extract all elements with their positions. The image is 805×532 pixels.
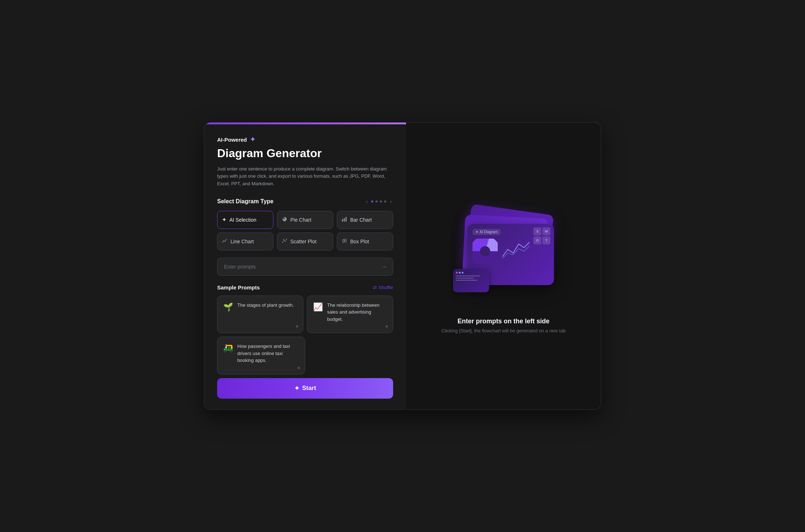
sales-add-icon: + bbox=[385, 323, 388, 330]
sample-prompts-grid: 🌱 The stages of plant growth. + 📈 The re… bbox=[217, 296, 393, 333]
svg-rect-8 bbox=[343, 240, 344, 242]
scatter-plot-label: Scatter Plot bbox=[290, 239, 316, 244]
svg-rect-2 bbox=[346, 217, 347, 222]
line-chart-icon bbox=[222, 238, 228, 245]
sales-emoji-icon: 📈 bbox=[313, 302, 323, 312]
mini-pie-chart bbox=[472, 239, 498, 264]
carousel-dot-1 bbox=[371, 200, 373, 203]
ai-diagram-label: ✦ AI Diagram bbox=[472, 229, 501, 235]
carousel-prev-btn[interactable]: ‹ bbox=[365, 198, 369, 205]
pie-chart-label: Pie Chart bbox=[290, 217, 311, 223]
scatter-plot-icon bbox=[282, 238, 287, 245]
box-plot-label: Box Plot bbox=[350, 239, 369, 244]
taxi-text: How passengers and taxi drivers use onli… bbox=[237, 343, 299, 364]
svg-point-7 bbox=[286, 239, 287, 240]
carousel-dot-2 bbox=[375, 200, 378, 203]
mini-line-chart bbox=[501, 239, 533, 260]
ai-badge: AI-Powered ✦ bbox=[217, 136, 393, 143]
left-panel: AI-Powered ✦ Diagram Generator Just ente… bbox=[204, 123, 406, 409]
carousel-dot-4 bbox=[384, 200, 386, 203]
badge-text: AI-Powered bbox=[217, 137, 247, 143]
plant-text: The stages of plant growth. bbox=[237, 302, 294, 309]
sample-card-sales[interactable]: 📈 The relationship between sales and adv… bbox=[307, 296, 393, 333]
card-icon-s: S bbox=[533, 227, 541, 235]
btn-line-chart[interactable]: Line Chart bbox=[217, 232, 273, 251]
svg-point-20 bbox=[480, 246, 490, 256]
card-small-dots bbox=[456, 272, 486, 274]
section-header: Select Diagram Type ‹ › bbox=[217, 198, 393, 205]
plant-add-icon: + bbox=[295, 323, 299, 330]
card-small-line-2 bbox=[456, 278, 474, 279]
btn-box-plot[interactable]: Box Plot bbox=[337, 232, 393, 251]
pie-chart-icon bbox=[282, 216, 287, 223]
shuffle-label: Shuffle bbox=[379, 285, 393, 290]
shuffle-icon: ⇄ bbox=[373, 285, 377, 290]
sample-card-plant-inner: 🌱 The stages of plant growth. bbox=[223, 302, 297, 312]
svg-rect-1 bbox=[344, 218, 345, 222]
subtitle: Just enter one sentence to produce a com… bbox=[217, 165, 393, 188]
card-icon-w: W bbox=[542, 227, 550, 235]
btn-bar-chart[interactable]: Bar Chart bbox=[337, 211, 393, 229]
start-label: Start bbox=[302, 385, 316, 392]
sample-prompts-title: Sample Prompts bbox=[217, 284, 260, 291]
bar-chart-icon bbox=[342, 216, 347, 223]
box-plot-icon bbox=[342, 238, 347, 245]
card-icon-t: T bbox=[542, 236, 550, 244]
ai-diagram-text: AI Diagram bbox=[480, 230, 498, 234]
right-panel-title: Enter prompts on the left side bbox=[457, 318, 549, 325]
illustration: ✦ AI Diagram bbox=[449, 199, 558, 307]
prompt-input[interactable] bbox=[217, 258, 393, 276]
btn-scatter-plot[interactable]: Scatter Plot bbox=[277, 232, 333, 251]
dot-blue bbox=[462, 272, 463, 274]
card-small bbox=[453, 269, 489, 292]
start-button[interactable]: ✦ Start bbox=[217, 378, 393, 399]
sales-text: The relationship between sales and adver… bbox=[327, 302, 387, 323]
taxi-emoji-icon: 🛺 bbox=[223, 343, 233, 353]
main-title: Diagram Generator bbox=[217, 146, 393, 160]
bar-chart-label: Bar Chart bbox=[350, 217, 372, 223]
sample-prompts-header: Sample Prompts ⇄ Shuffle bbox=[217, 284, 393, 291]
btn-pie-chart[interactable]: Pie Chart bbox=[277, 211, 333, 229]
svg-point-3 bbox=[282, 241, 283, 243]
right-panel: ✦ AI Diagram bbox=[406, 123, 601, 409]
diagram-type-grid: ✦ AI Selection Pie Chart bbox=[217, 211, 393, 251]
sample-card-taxi-inner: 🛺 How passengers and taxi drivers use on… bbox=[223, 343, 299, 364]
btn-ai-selection[interactable]: ✦ AI Selection bbox=[217, 211, 273, 229]
section-title: Select Diagram Type bbox=[217, 198, 273, 205]
card-small-lines bbox=[456, 275, 486, 281]
plant-emoji-icon: 🌱 bbox=[223, 302, 233, 312]
svg-rect-0 bbox=[342, 219, 343, 222]
carousel-dot-3 bbox=[380, 200, 382, 203]
card-small-line-3 bbox=[456, 280, 477, 281]
carousel-nav: ‹ › bbox=[365, 198, 393, 205]
svg-point-5 bbox=[283, 239, 284, 240]
dot-pink bbox=[456, 272, 458, 274]
sparkle-icon: ✦ bbox=[250, 136, 255, 143]
carousel-next-btn[interactable]: › bbox=[388, 198, 393, 205]
svg-point-6 bbox=[285, 240, 286, 241]
ai-diagram-sparkle: ✦ bbox=[475, 230, 478, 234]
app-container: AI-Powered ✦ Diagram Generator Just ente… bbox=[204, 123, 601, 409]
shuffle-button[interactable]: ⇄ Shuffle bbox=[373, 285, 393, 290]
taxi-add-icon: + bbox=[297, 365, 300, 371]
card-small-line-1 bbox=[456, 275, 480, 276]
prompt-input-wrapper: → bbox=[217, 258, 393, 276]
right-panel-subtitle: Clicking [Start], the flowchart will be … bbox=[441, 328, 566, 333]
sample-card-plant[interactable]: 🌱 The stages of plant growth. + bbox=[217, 296, 303, 333]
card-icon-o: O bbox=[533, 236, 541, 244]
card-icons: S W O T bbox=[533, 227, 550, 244]
sample-card-sales-inner: 📈 The relationship between sales and adv… bbox=[313, 302, 387, 323]
ai-selection-icon: ✦ bbox=[222, 216, 226, 223]
dot-purple bbox=[459, 272, 461, 274]
line-chart-label: Line Chart bbox=[230, 239, 254, 244]
svg-point-4 bbox=[284, 240, 285, 241]
sample-card-taxi[interactable]: 🛺 How passengers and taxi drivers use on… bbox=[217, 337, 305, 374]
ai-selection-label: AI Selection bbox=[229, 217, 256, 223]
start-sparkle-icon: ✦ bbox=[294, 385, 299, 392]
